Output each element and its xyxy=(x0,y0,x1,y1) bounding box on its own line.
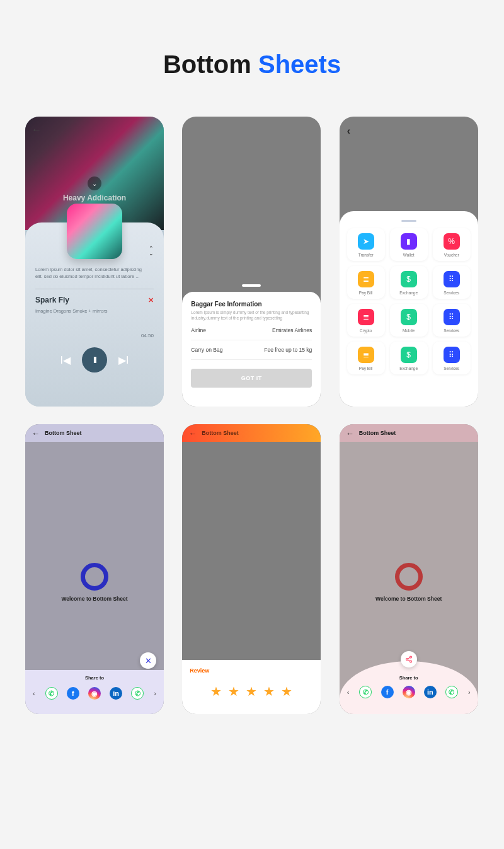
divider xyxy=(35,289,154,289)
facebook-icon[interactable]: f xyxy=(381,686,394,698)
page-title: Bottom Sheets xyxy=(25,50,479,79)
sheet-header: ← Bottom Sheet xyxy=(340,424,478,442)
welcome-text: Welcome to Bottom Sheet xyxy=(340,596,478,602)
services-grid: ➤Transfer▮Wallet%Voucher≣Pay Bill$Exchan… xyxy=(347,228,471,374)
service-item[interactable]: ≣Pay Bill xyxy=(347,266,385,299)
row-value: Fee free up to 15 kg xyxy=(264,347,312,353)
service-icon: $ xyxy=(401,271,417,287)
card-share-pink: ← Bottom Sheet Welcome to Bottom Sheet S… xyxy=(340,424,478,714)
chevron-down-icon[interactable]: ⌄ xyxy=(88,176,101,190)
service-item[interactable]: $Exchange xyxy=(390,266,428,299)
whatsapp-icon[interactable]: ✆ xyxy=(445,686,458,698)
services-bottom-sheet: ➤Transfer▮Wallet%Voucher≣Pay Bill$Exchan… xyxy=(340,211,478,407)
instagram-icon[interactable]: ◉ xyxy=(88,687,101,700)
back-button[interactable]: ← xyxy=(346,429,354,438)
service-item[interactable]: ▮Wallet xyxy=(390,228,428,261)
card-music-player: ← ⌄ Heavy Addication Lorem ipsum dolor s… xyxy=(25,117,164,407)
service-icon: ≣ xyxy=(358,271,374,287)
service-item[interactable]: $Mobile xyxy=(390,304,428,337)
card-share-purple: ← Bottom Sheet Welcome to Bottom Sheet ✕… xyxy=(25,424,164,714)
scroll-left-button[interactable]: ‹ xyxy=(32,690,37,697)
service-icon: ▮ xyxy=(401,233,417,250)
star-rating[interactable]: ★ ★ ★ ★ ★ xyxy=(190,684,313,699)
sheet-title: Baggar Fee Information xyxy=(191,301,312,308)
star-icon[interactable]: ★ xyxy=(210,684,222,699)
scroll-right-button[interactable]: › xyxy=(152,690,158,697)
scroll-right-button[interactable]: › xyxy=(467,688,472,696)
review-bottom-sheet: Review ★ ★ ★ ★ ★ xyxy=(182,660,321,714)
title-part2: Sheets xyxy=(258,50,341,78)
linkedin-icon[interactable]: in xyxy=(110,687,122,700)
linkedin-icon[interactable]: in xyxy=(424,686,437,698)
prev-track-button[interactable]: I◀ xyxy=(60,354,71,366)
whatsapp-icon[interactable]: ✆ xyxy=(131,687,144,700)
star-icon[interactable]: ★ xyxy=(246,684,257,699)
title-part1: Bottom xyxy=(163,50,258,78)
instagram-icon[interactable]: ◉ xyxy=(403,686,415,698)
share-label: Share to xyxy=(346,675,472,681)
share-label: Share to xyxy=(32,675,158,681)
expand-collapse-control[interactable]: ⌃⌄ xyxy=(149,246,154,255)
service-label: Services xyxy=(444,291,459,295)
scroll-left-button[interactable]: ‹ xyxy=(346,688,351,696)
loading-ring-icon xyxy=(395,563,423,591)
close-button[interactable]: ✕ xyxy=(140,652,156,669)
back-button[interactable]: ← xyxy=(188,429,197,438)
service-item[interactable]: ≣Pay Bill xyxy=(347,342,385,374)
got-it-button[interactable]: GOT IT xyxy=(191,369,312,388)
baggage-bottom-sheet: Baggar Fee Information Lorem Ipsum is si… xyxy=(182,292,321,407)
svg-point-2 xyxy=(410,661,411,662)
back-button[interactable]: ‹ xyxy=(347,125,350,137)
artist-name: Imagine Dragons Smoke + mirrors xyxy=(35,308,154,314)
header-title: Bottom Sheet xyxy=(45,430,82,436)
shuffle-icon[interactable]: ✕ xyxy=(148,296,154,304)
drag-handle[interactable] xyxy=(242,284,261,287)
service-icon: ⠿ xyxy=(444,347,460,363)
service-item[interactable]: ⠿Services xyxy=(433,342,471,374)
music-bottom-sheet: Lorem ipsum dolor sit amet, consectetur … xyxy=(25,222,164,407)
service-item[interactable]: ⠿Services xyxy=(433,266,471,299)
share-bottom-sheet: Share to ‹ ✆ f ◉ in ✆ › xyxy=(25,670,164,714)
social-row: ‹ ✆ f ◉ in ✆ › xyxy=(346,686,472,698)
overlay-track-title: Heavy Addication xyxy=(25,193,164,202)
drag-handle[interactable] xyxy=(401,220,416,222)
facebook-icon[interactable]: f xyxy=(67,687,79,700)
whatsapp-icon[interactable]: ✆ xyxy=(45,687,58,700)
service-item[interactable]: ➤Transfer xyxy=(347,228,385,261)
svg-line-3 xyxy=(408,657,410,659)
share-icon[interactable] xyxy=(401,651,417,667)
header-title: Bottom Sheet xyxy=(359,430,396,436)
service-label: Wallet xyxy=(403,253,415,257)
sheet-subtitle: Lorem Ipsum is simply dummy text of the … xyxy=(191,310,312,321)
star-icon[interactable]: ★ xyxy=(281,684,292,699)
service-icon: % xyxy=(444,233,460,250)
service-icon: ≣ xyxy=(358,347,374,363)
service-item[interactable]: ≣Crypto xyxy=(347,304,385,337)
service-icon: ≣ xyxy=(358,309,374,325)
showcase-grid: ← ⌄ Heavy Addication Lorem ipsum dolor s… xyxy=(25,117,479,714)
service-item[interactable]: $Exchange xyxy=(390,342,428,374)
star-icon[interactable]: ★ xyxy=(263,684,275,699)
service-item[interactable]: ⠿Services xyxy=(433,304,471,337)
svg-point-0 xyxy=(410,656,411,658)
info-row-airline: Airline Emirates Airlines xyxy=(191,321,312,340)
review-label: Review xyxy=(190,667,313,674)
service-label: Mobile xyxy=(403,328,415,333)
svg-line-4 xyxy=(408,660,410,661)
service-label: Transfer xyxy=(358,253,374,257)
next-track-button[interactable]: ▶I xyxy=(118,354,129,366)
back-button[interactable]: ← xyxy=(32,124,42,136)
service-label: Exchange xyxy=(399,291,418,295)
service-item[interactable]: %Voucher xyxy=(433,228,471,261)
play-pause-button[interactable]: II xyxy=(82,347,107,373)
info-row-carryon: Carry on Bag Fee free up to 15 kg xyxy=(191,340,312,360)
service-label: Pay Bill xyxy=(359,291,373,295)
back-button[interactable]: ← xyxy=(32,429,40,438)
svg-point-1 xyxy=(406,659,408,661)
star-icon[interactable]: ★ xyxy=(228,684,239,699)
whatsapp-icon[interactable]: ✆ xyxy=(359,686,372,698)
album-art[interactable] xyxy=(67,204,122,259)
service-label: Pay Bill xyxy=(359,366,373,371)
service-label: Exchange xyxy=(399,366,418,371)
social-row: ‹ ✆ f ◉ in ✆ › xyxy=(32,687,158,700)
